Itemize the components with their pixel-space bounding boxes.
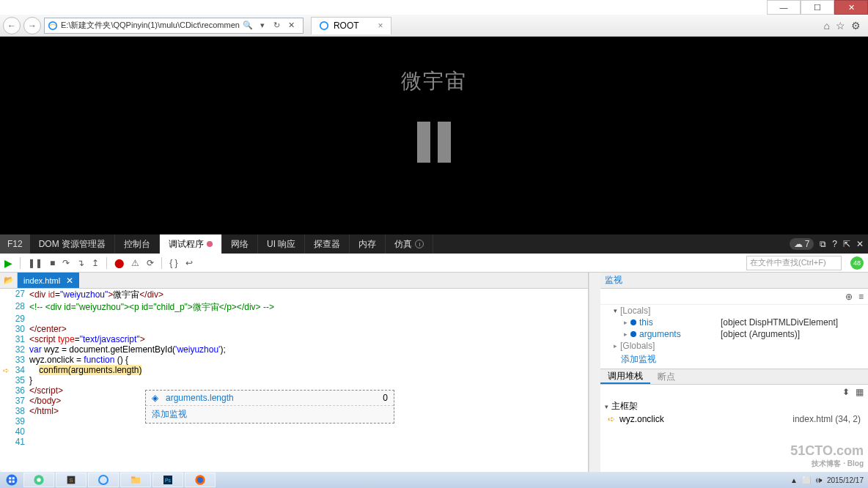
- expand-icon[interactable]: ▾: [614, 307, 617, 314]
- code-line[interactable]: 41: [0, 437, 588, 447]
- expand-icon[interactable]: ▸: [614, 342, 617, 350]
- notification-pill[interactable]: ☁ 7: [790, 238, 814, 250]
- tab-close-icon[interactable]: ×: [378, 21, 383, 31]
- breakpoint-gutter[interactable]: [0, 426, 12, 437]
- code-line[interactable]: 40: [0, 426, 588, 437]
- tab-dom-explorer[interactable]: DOM 资源管理器: [30, 234, 115, 254]
- refresh-icon[interactable]: ↻: [271, 19, 284, 32]
- step-out-button[interactable]: ↥: [92, 258, 99, 268]
- watch-category-locals[interactable]: [Locals]: [620, 306, 650, 316]
- breakpoint-gutter[interactable]: [0, 324, 12, 334]
- tab-console[interactable]: 控制台: [115, 234, 160, 254]
- stop-icon[interactable]: ✕: [285, 19, 298, 32]
- code-editor[interactable]: 27<div id="weiyuzhou">微宇宙</div>28<!-- <d…: [0, 289, 588, 472]
- stop-button[interactable]: ■: [50, 258, 55, 268]
- tray-icon[interactable]: ▲: [790, 476, 798, 484]
- step-over-button[interactable]: ↷: [62, 258, 70, 268]
- breakpoint-gutter[interactable]: ➪: [0, 365, 12, 375]
- pause-icon[interactable]: [417, 122, 451, 163]
- breakpoint-toggle[interactable]: ⬤: [114, 258, 124, 268]
- stack-frame[interactable]: ➪ wyz.onclick index.html (34, 2): [600, 413, 868, 425]
- breakpoint-gutter[interactable]: [0, 375, 12, 385]
- taskbar-app-explorer[interactable]: [120, 473, 151, 487]
- tab-debugger[interactable]: 调试程序: [160, 234, 222, 254]
- continue-button[interactable]: ▶: [4, 257, 12, 269]
- watch-name-arguments[interactable]: arguments: [639, 329, 681, 339]
- tray-icon[interactable]: 🕪: [815, 476, 823, 484]
- undock-icon[interactable]: ⧉: [820, 239, 826, 249]
- tab-memory[interactable]: 内存: [350, 234, 386, 254]
- maximize-button[interactable]: ☐: [801, 0, 834, 15]
- code-line[interactable]: 30</center>: [0, 324, 588, 334]
- expand-icon[interactable]: ▸: [624, 319, 628, 326]
- find-in-files-input[interactable]: 在文件中查找(Ctrl+F): [746, 256, 842, 270]
- back-button[interactable]: ←: [3, 17, 21, 34]
- address-bar[interactable]: E:\新建文件夹\QQPinyin(1)\mulu\CDict\recommen…: [44, 18, 304, 34]
- watch-category-globals[interactable]: [Globals]: [620, 341, 655, 351]
- dropdown-icon[interactable]: ▾: [256, 19, 269, 32]
- code-line[interactable]: 27<div id="weiyuzhou">微宇宙</div>: [0, 289, 588, 301]
- tray-icon[interactable]: ⬜: [802, 476, 811, 484]
- taskbar-app-photoshop[interactable]: Ps: [152, 473, 183, 487]
- expand-icon[interactable]: ▾: [605, 403, 608, 410]
- file-tab-index[interactable]: index.html ✕: [18, 273, 79, 288]
- pretty-print-button[interactable]: { }: [169, 258, 177, 268]
- search-icon[interactable]: 🔍: [241, 19, 254, 32]
- breakpoint-gutter[interactable]: [0, 334, 12, 344]
- breakpoint-gutter[interactable]: [0, 289, 12, 301]
- breakpoint-gutter[interactable]: [0, 344, 12, 355]
- file-tab-close-icon[interactable]: ✕: [66, 276, 73, 286]
- step-into-button[interactable]: ↴: [77, 258, 84, 268]
- breakpoint-gutter[interactable]: [0, 416, 12, 426]
- pin-icon[interactable]: ⇱: [843, 239, 850, 249]
- breakpoint-gutter[interactable]: [0, 355, 12, 365]
- tab-profiler[interactable]: 探查器: [305, 234, 350, 254]
- code-line[interactable]: 33wyz.onclick = function () {: [0, 355, 588, 365]
- help-icon[interactable]: ?: [832, 239, 837, 249]
- taskbar-app-ie[interactable]: [88, 473, 119, 487]
- watch-name-this[interactable]: this: [639, 317, 653, 328]
- delete-watch-icon[interactable]: ≡: [858, 292, 864, 302]
- tab-emulation[interactable]: 仿真i: [386, 234, 433, 254]
- tab-breakpoints[interactable]: 断点: [650, 371, 683, 383]
- refresh-debugger-button[interactable]: ⟳: [147, 258, 154, 268]
- code-scrollbar[interactable]: [589, 273, 600, 472]
- breakpoint-gutter[interactable]: [0, 437, 12, 447]
- taskbar-app-firefox[interactable]: [185, 473, 216, 487]
- favorites-icon[interactable]: ☆: [836, 20, 845, 32]
- taskbar-app-chrome[interactable]: [23, 473, 54, 487]
- code-line[interactable]: 32var wyz = document.getElementById('wei…: [0, 344, 588, 355]
- tab-ui-responsiveness[interactable]: UI 响应: [258, 234, 305, 254]
- browser-tab[interactable]: ROOT ×: [311, 17, 391, 34]
- add-watch-link[interactable]: 添加监视: [146, 406, 394, 423]
- minimize-button[interactable]: —: [767, 0, 801, 15]
- breakpoint-gutter[interactable]: [0, 314, 12, 324]
- page-heading[interactable]: 微宇宙: [401, 67, 467, 95]
- tab-callstack[interactable]: 调用堆栈: [600, 370, 650, 384]
- expand-icon[interactable]: ▸: [624, 330, 628, 338]
- system-tray[interactable]: ▲ ⬜ 🕪 2015/12/17: [790, 476, 867, 484]
- home-icon[interactable]: ⌂: [824, 20, 830, 32]
- exception-button[interactable]: ⚠: [131, 258, 139, 268]
- tab-network[interactable]: 网络: [222, 234, 258, 254]
- add-watch-link[interactable]: 添加监视: [600, 352, 868, 369]
- taskbar-app-sublime[interactable]: S: [56, 473, 87, 487]
- add-watch-icon[interactable]: ⊕: [845, 292, 853, 302]
- devtools-close-icon[interactable]: ✕: [856, 239, 864, 249]
- code-line[interactable]: ➪34 confirm(arguments.length): [0, 365, 588, 375]
- breakpoint-gutter[interactable]: [0, 396, 12, 406]
- code-line[interactable]: 29: [0, 314, 588, 324]
- tools-icon[interactable]: ⚙: [851, 20, 861, 32]
- pause-button[interactable]: ❚❚: [28, 258, 43, 268]
- breakpoint-gutter[interactable]: [0, 301, 12, 314]
- code-line[interactable]: 31<script type="text/javascript">: [0, 334, 588, 344]
- close-button[interactable]: ✕: [834, 0, 868, 15]
- breakpoint-gutter[interactable]: [0, 385, 12, 396]
- word-wrap-button[interactable]: ↩: [185, 258, 193, 268]
- async-toggle-icon[interactable]: ⬍: [842, 387, 850, 397]
- code-line[interactable]: 28<!-- <div id="weiyuzhou"><p id="child_…: [0, 301, 588, 314]
- start-button[interactable]: [1, 473, 22, 487]
- open-file-icon[interactable]: 📂: [0, 273, 18, 288]
- code-line[interactable]: 35}: [0, 375, 588, 385]
- forward-button[interactable]: →: [23, 17, 41, 34]
